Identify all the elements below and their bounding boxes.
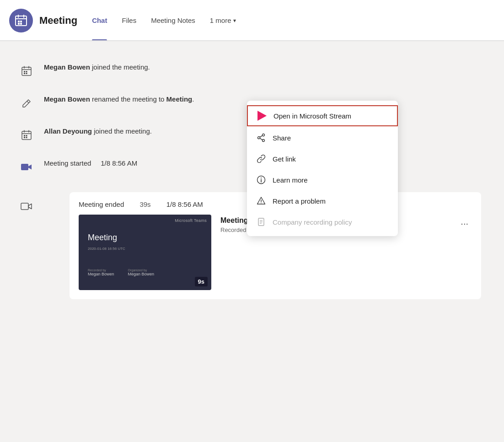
header: Meeting Chat Files Meeting Notes 1 more …	[0, 0, 504, 41]
svg-rect-24	[26, 137, 27, 138]
svg-point-34	[261, 178, 262, 178]
tab-files[interactable]: Files	[115, 0, 143, 41]
thumb-title: Meeting	[88, 233, 117, 243]
more-options-button[interactable]: ···	[457, 216, 472, 231]
svg-rect-22	[26, 135, 27, 136]
thumb-brand: Microsoft Teams	[175, 218, 207, 223]
tab-more[interactable]: 1 more ▾	[204, 0, 242, 41]
thumb-labels: Recorded by Megan Bowen Organized by Meg…	[88, 269, 154, 276]
share-icon	[256, 133, 266, 143]
main-content: Megan Bowen joined the meeting. Megan Bo…	[0, 41, 504, 442]
svg-rect-23	[24, 137, 25, 138]
list-item: Megan Bowen joined the meeting.	[18, 55, 486, 87]
context-menu-item-learn-more[interactable]: Learn more	[247, 169, 398, 190]
header-divider	[0, 40, 504, 41]
activity-text: Megan Bowen joined the meeting.	[44, 62, 150, 73]
calendar-icon	[18, 127, 35, 144]
svg-point-27	[263, 134, 265, 136]
svg-rect-13	[26, 71, 27, 72]
svg-rect-5	[20, 21, 22, 22]
thumb-recorded-by: Recorded by Megan Bowen	[88, 269, 114, 276]
info-icon	[256, 175, 266, 185]
warning-icon	[256, 196, 266, 206]
thumb-organized-by: Organized by Megan Bowen	[128, 269, 155, 276]
activity-text: Allan Deyoung joined the meeting.	[44, 126, 152, 137]
stream-play-icon	[257, 111, 267, 121]
thumb-date: 2020-01-08 16:56 UTC	[88, 247, 125, 251]
svg-line-30	[260, 135, 262, 137]
svg-rect-4	[18, 21, 20, 22]
svg-rect-25	[21, 164, 28, 170]
video-ended-icon	[18, 199, 35, 215]
thumb-duration: 9s	[195, 277, 208, 286]
svg-line-31	[260, 138, 262, 140]
context-menu-item-share[interactable]: Share	[247, 127, 398, 148]
svg-rect-6	[18, 23, 20, 25]
context-menu-item-company-policy: Company recording policy	[247, 211, 398, 232]
svg-line-16	[27, 101, 29, 103]
meeting-logo	[9, 9, 33, 32]
svg-point-29	[258, 137, 260, 139]
tab-meeting-notes[interactable]: Meeting Notes	[145, 0, 202, 41]
tab-chat[interactable]: Chat	[86, 0, 113, 41]
video-thumbnail[interactable]: Microsoft Teams Meeting 2020-01-08 16:56…	[79, 215, 211, 290]
link-icon	[256, 154, 266, 164]
calendar-icon	[18, 63, 35, 80]
svg-rect-15	[26, 73, 27, 74]
calendar-logo-icon	[15, 14, 27, 27]
activity-text: Meeting started 1/8 8:56 AM	[44, 158, 137, 169]
svg-rect-12	[24, 71, 25, 72]
activity-text: Megan Bowen renamed the meeting to Meeti…	[44, 94, 194, 105]
chevron-down-icon: ▾	[233, 17, 236, 24]
meeting-title: Meeting	[39, 15, 77, 27]
svg-rect-14	[24, 73, 25, 74]
context-menu-item-report-problem[interactable]: Report a problem	[247, 190, 398, 211]
meeting-ended-label: Meeting ended 39s 1/8 8:56 AM	[79, 200, 203, 208]
video-icon	[18, 159, 35, 176]
context-menu-item-get-link[interactable]: Get link	[247, 148, 398, 169]
svg-rect-26	[21, 203, 28, 210]
context-menu-item-open-stream[interactable]: Open in Microsoft Stream	[247, 105, 398, 126]
meeting-duration: 39s	[139, 200, 150, 208]
policy-icon	[256, 217, 266, 227]
svg-point-28	[263, 140, 265, 142]
svg-rect-21	[24, 135, 25, 136]
svg-rect-7	[20, 23, 22, 25]
context-menu: Open in Microsoft Stream Share	[247, 101, 398, 236]
nav-tabs: Chat Files Meeting Notes 1 more ▾	[86, 0, 242, 41]
pencil-icon	[18, 95, 35, 112]
svg-point-36	[261, 203, 262, 204]
